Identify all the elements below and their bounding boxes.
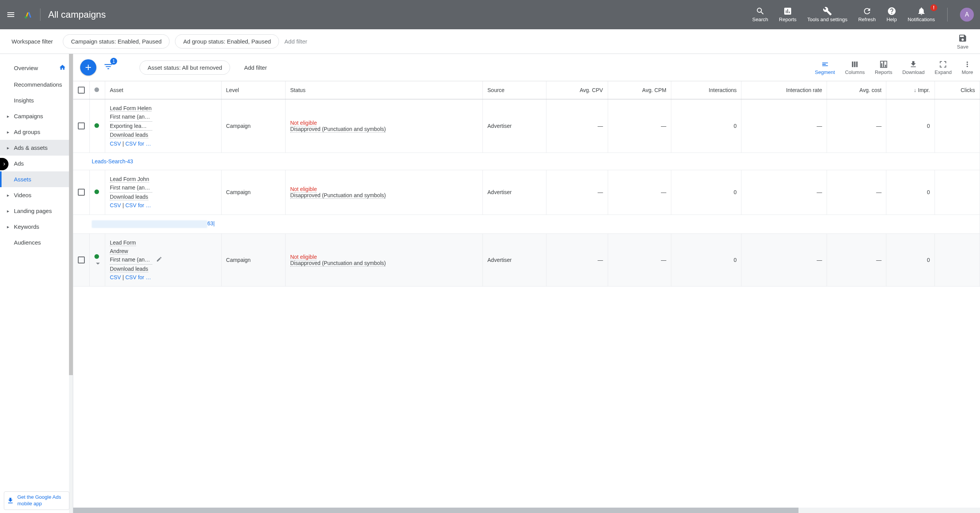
header-reports[interactable]: Reports	[779, 7, 797, 23]
sidebar-item-insights[interactable]: Insights	[0, 92, 73, 108]
csv-for-link[interactable]: CSV for …	[125, 274, 151, 280]
col-source[interactable]: Source	[482, 81, 546, 99]
row-checkbox[interactable]	[78, 189, 85, 196]
search-icon	[756, 7, 765, 16]
col-asset[interactable]: Asset	[105, 81, 222, 99]
save-button[interactable]: Save	[957, 34, 968, 50]
sidebar-item-ads[interactable]: Ads	[0, 156, 73, 171]
toolbar-segment[interactable]: Segment	[815, 60, 835, 75]
row-checkbox[interactable]	[78, 122, 85, 129]
table-row[interactable]: Lead Form AndrewFirst name (an…Download …	[73, 233, 980, 287]
bar-chart-icon	[879, 60, 888, 69]
header-tools[interactable]: Tools and settings	[807, 7, 847, 23]
add-button[interactable]	[80, 59, 96, 75]
table-row[interactable]: Lead Form HelenFirst name (an…Exporting …	[73, 99, 980, 153]
sidebar-item-recommendations[interactable]: Recommendations	[0, 77, 73, 92]
interactions-cell: 0	[671, 170, 741, 215]
sidebar-item-overview[interactable]: Overview	[0, 59, 73, 77]
header-search[interactable]: Search	[752, 7, 768, 23]
sidebar-wrap: Overview Recommendations Insights Campai…	[0, 54, 73, 513]
status-caret-icon[interactable]	[96, 263, 100, 265]
csv-for-link[interactable]: CSV for …	[125, 202, 151, 208]
col-avg-cost[interactable]: Avg. cost	[827, 81, 886, 99]
plus-icon	[84, 63, 93, 72]
header-refresh[interactable]: Refresh	[858, 7, 876, 23]
sidebar-item-ads-assets[interactable]: Ads & assets	[0, 140, 73, 156]
avg-cpm-cell: —	[608, 170, 671, 215]
status-dot[interactable]	[94, 189, 99, 194]
toolbar-reports[interactable]: Reports	[875, 60, 893, 75]
sidebar-item-adgroups[interactable]: Ad groups	[0, 124, 73, 140]
header-help[interactable]: Help	[886, 7, 897, 23]
sort-arrow-icon: ↓	[914, 87, 916, 93]
asset-cell: Lead Form AndrewFirst name (an…Download …	[110, 238, 152, 282]
add-filter-link[interactable]: Add filter	[284, 38, 307, 45]
table-row[interactable]: Lead Form JohnFirst name (an…Download le…	[73, 170, 980, 215]
hamburger-icon	[6, 10, 15, 19]
csv-for-link[interactable]: CSV for …	[125, 141, 151, 147]
toolbar-add-filter[interactable]: Add filter	[244, 64, 267, 71]
toolbar-expand[interactable]: Expand	[935, 60, 951, 75]
status-dot[interactable]	[94, 123, 99, 128]
chart-icon	[783, 7, 792, 16]
row-checkbox[interactable]	[78, 256, 85, 263]
sidebar-item-keywords[interactable]: Keywords	[0, 219, 73, 235]
sidebar-item-audiences[interactable]: Audiences	[0, 235, 73, 250]
col-avg-cpv[interactable]: Avg. CPV	[546, 81, 608, 99]
asset-cell: Lead Form HelenFirst name (an…Exporting …	[110, 104, 152, 148]
col-interaction-rate[interactable]: Interaction rate	[741, 81, 827, 99]
col-level[interactable]: Level	[221, 81, 285, 99]
clicks-cell	[935, 170, 980, 215]
header-divider-2	[947, 8, 948, 22]
interaction-rate-cell: —	[741, 99, 827, 153]
sidebar-scroll-thumb[interactable]	[69, 54, 73, 375]
filter-button[interactable]: 1	[103, 62, 113, 73]
csv-link[interactable]: CSV	[110, 141, 121, 147]
col-interactions[interactable]: Interactions	[671, 81, 741, 99]
hscroll-thumb[interactable]	[73, 508, 798, 513]
sidebar-item-landing-pages[interactable]: Landing pages	[0, 203, 73, 219]
page-title: All campaigns	[48, 9, 106, 20]
clicks-cell	[935, 99, 980, 153]
status-header-dot[interactable]	[94, 87, 99, 92]
main-body: Overview Recommendations Insights Campai…	[0, 54, 980, 513]
header-notifications[interactable]: ! Notifications	[908, 7, 935, 23]
sidebar-item-videos[interactable]: Videos	[0, 187, 73, 203]
group-link[interactable]: Leads-Search-43	[92, 158, 133, 164]
toolbar: 1 Asset status: All but removed Add filt…	[73, 54, 980, 81]
col-clicks[interactable]: Clicks	[935, 81, 980, 99]
csv-link[interactable]: CSV	[110, 202, 121, 208]
google-ads-logo[interactable]	[23, 10, 32, 19]
toolbar-more[interactable]: More	[962, 60, 973, 75]
col-status[interactable]: Status	[285, 81, 482, 99]
sidebar-item-campaigns[interactable]: Campaigns	[0, 108, 73, 124]
group-link[interactable]: 63|	[207, 220, 215, 226]
sidebar-scrollbar[interactable]	[69, 54, 73, 513]
edit-icon[interactable]	[156, 256, 162, 263]
col-impr[interactable]: ↓Impr.	[886, 81, 935, 99]
col-avg-cpm[interactable]: Avg. CPM	[608, 81, 671, 99]
horizontal-scrollbar[interactable]	[73, 508, 980, 513]
more-vert-icon	[963, 60, 972, 69]
wrench-icon	[823, 7, 832, 16]
sidebar-item-assets[interactable]: Assets	[0, 171, 73, 187]
refresh-icon	[862, 7, 872, 16]
filter-chip-adgroup-status[interactable]: Ad group status: Enabled, Paused	[175, 34, 279, 49]
user-avatar[interactable]: A	[960, 8, 974, 22]
columns-icon	[851, 60, 859, 69]
mobile-app-promo[interactable]: Get the Google Ads mobile app	[4, 491, 69, 510]
status-cell: Not eligibleDisapproved (Punctuation and…	[285, 170, 482, 215]
select-all-checkbox[interactable]	[78, 87, 85, 94]
interaction-rate-cell: —	[741, 170, 827, 215]
toolbar-download[interactable]: Download	[902, 60, 925, 75]
menu-button[interactable]	[6, 10, 15, 19]
download-icon	[7, 497, 14, 505]
toolbar-columns[interactable]: Columns	[845, 60, 865, 75]
app-header: All campaigns Search Reports Tools and s…	[0, 0, 980, 29]
table-container[interactable]: Asset Level Status Source Avg. CPV Avg. …	[73, 81, 980, 508]
csv-link[interactable]: CSV	[110, 274, 121, 280]
status-dot[interactable]	[94, 254, 99, 259]
asset-status-chip[interactable]: Asset status: All but removed	[140, 60, 230, 75]
filter-chip-campaign-status[interactable]: Campaign status: Enabled, Paused	[63, 34, 170, 49]
interactions-cell: 0	[671, 99, 741, 153]
